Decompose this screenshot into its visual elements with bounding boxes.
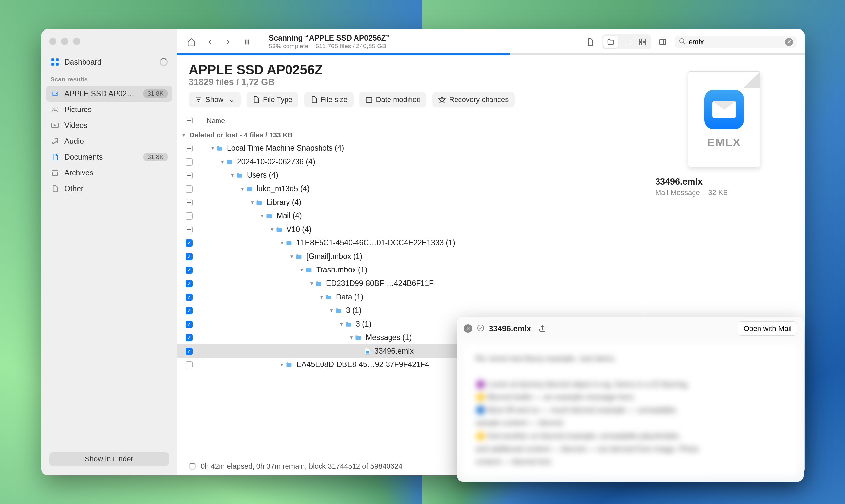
list-view-button[interactable] bbox=[619, 36, 634, 48]
fullscreen-window-button[interactable] bbox=[73, 38, 80, 45]
window-controls bbox=[41, 36, 177, 54]
chevron-down-icon[interactable]: ▾ bbox=[289, 253, 295, 260]
share-button[interactable] bbox=[536, 322, 549, 335]
svg-point-28 bbox=[680, 38, 684, 42]
toolbar: Scanning “APPLE SSD AP0256Z” 53% complet… bbox=[177, 29, 805, 53]
grid-view-button[interactable] bbox=[635, 36, 650, 48]
row-name-label: Users (4) bbox=[247, 171, 278, 180]
chevron-down-icon[interactable]: ▾ bbox=[309, 280, 314, 287]
dashboard-icon bbox=[51, 57, 60, 67]
folder-view-button[interactable] bbox=[603, 36, 618, 48]
filter-filesize-button[interactable]: File size bbox=[304, 92, 353, 107]
row-name-label: [Gmail].mbox (1) bbox=[306, 252, 363, 261]
minimize-window-button[interactable] bbox=[61, 38, 68, 45]
chevron-down-icon[interactable]: ▾ bbox=[269, 226, 275, 233]
close-window-button[interactable] bbox=[49, 38, 56, 45]
svg-point-38 bbox=[478, 325, 483, 331]
row-checkbox[interactable] bbox=[186, 226, 193, 233]
chevron-down-icon[interactable]: ▾ bbox=[260, 212, 265, 219]
chevron-down-icon[interactable]: ▾ bbox=[319, 293, 324, 301]
popup-title: 33496.emlx bbox=[489, 324, 531, 333]
row-checkbox[interactable] bbox=[186, 145, 193, 152]
row-name-label: Mail (4) bbox=[277, 212, 302, 220]
scan-title: Scanning “APPLE SSD AP0256Z” bbox=[269, 34, 578, 42]
row-checkbox[interactable] bbox=[186, 212, 193, 220]
popup-close-button[interactable]: ✕ bbox=[464, 324, 472, 333]
chevron-down-icon[interactable]: ▾ bbox=[181, 132, 186, 139]
sidebar-item-label: APPLE SSD AP02… bbox=[64, 89, 134, 98]
pause-button[interactable] bbox=[240, 35, 253, 49]
row-name-label: Local Time Machine Snapshots (4) bbox=[227, 144, 344, 153]
row-name-label: 3 (1) bbox=[346, 306, 362, 315]
row-checkbox[interactable] bbox=[186, 321, 193, 328]
chevron-down-icon[interactable]: ▾ bbox=[279, 239, 284, 246]
sidebar-results-list: APPLE SSD AP02… 31,8K Pictures Videos Au… bbox=[41, 86, 177, 197]
open-with-mail-button[interactable]: Open with Mail bbox=[738, 321, 797, 336]
sidebar-item-label: Pictures bbox=[64, 105, 92, 114]
preview-toggle-button[interactable] bbox=[656, 35, 669, 49]
status-text: 0h 42m elapsed, 0h 37m remain, block 317… bbox=[201, 462, 403, 471]
svg-rect-3 bbox=[56, 63, 59, 66]
svg-rect-15 bbox=[248, 39, 249, 44]
row-checkbox[interactable] bbox=[186, 239, 193, 247]
popup-expand-icon[interactable] bbox=[477, 324, 484, 333]
column-name-header[interactable]: Name⌃ bbox=[200, 117, 656, 125]
popup-header: ✕ 33496.emlx Open with Mail bbox=[457, 317, 804, 340]
row-name-label: 33496.emlx bbox=[374, 347, 413, 356]
chevron-down-icon[interactable]: ▾ bbox=[240, 185, 245, 192]
row-checkbox[interactable] bbox=[186, 348, 193, 355]
filter-show-button[interactable]: Show⌄ bbox=[189, 92, 241, 107]
svg-rect-0 bbox=[52, 58, 54, 61]
home-button[interactable] bbox=[185, 35, 198, 49]
drive-icon bbox=[51, 89, 60, 98]
chevron-down-icon[interactable]: ▾ bbox=[249, 199, 255, 206]
row-name-label: 3 (1) bbox=[356, 320, 371, 328]
sidebar-item-pictures[interactable]: Pictures bbox=[46, 102, 172, 118]
sidebar-item-videos[interactable]: Videos bbox=[46, 118, 172, 133]
chevron-down-icon[interactable]: ▾ bbox=[329, 307, 334, 314]
row-checkbox[interactable] bbox=[186, 334, 193, 341]
row-checkbox[interactable] bbox=[186, 185, 193, 193]
row-checkbox[interactable] bbox=[186, 361, 193, 368]
row-checkbox[interactable] bbox=[186, 280, 193, 287]
sidebar-item-audio[interactable]: Audio bbox=[46, 133, 172, 149]
page-view-button[interactable] bbox=[584, 35, 597, 49]
quicklook-popup: ✕ 33496.emlx Open with Mail Re: lorem te… bbox=[457, 317, 804, 482]
forward-button[interactable] bbox=[222, 35, 235, 49]
show-in-finder-button[interactable]: Show in Finder bbox=[49, 452, 169, 466]
row-checkbox[interactable] bbox=[186, 253, 193, 260]
chevron-right-icon[interactable]: ▸ bbox=[279, 361, 284, 368]
chevron-down-icon[interactable]: ▾ bbox=[339, 321, 344, 327]
sidebar-item-drive[interactable]: APPLE SSD AP02… 31,8K bbox=[46, 86, 172, 102]
search-clear-button[interactable]: ✕ bbox=[785, 38, 793, 46]
scan-spinner-icon bbox=[160, 58, 168, 66]
row-checkbox[interactable] bbox=[186, 293, 193, 301]
sidebar-item-archives[interactable]: Archives bbox=[46, 165, 172, 181]
row-checkbox[interactable] bbox=[186, 172, 193, 179]
row-name-label: 11E8E5C1-4540-46C…01-DCC4E22E1333 (1) bbox=[296, 238, 455, 247]
sidebar-item-label: Audio bbox=[64, 137, 84, 146]
chevron-down-icon[interactable]: ▾ bbox=[210, 145, 215, 152]
sidebar-dashboard[interactable]: Dashboard bbox=[46, 54, 172, 70]
search-input[interactable] bbox=[689, 38, 782, 46]
select-all-checkbox[interactable] bbox=[186, 117, 193, 124]
chevron-down-icon[interactable]: ▾ bbox=[349, 334, 354, 341]
chevron-down-icon[interactable]: ▾ bbox=[299, 267, 304, 273]
row-checkbox[interactable] bbox=[186, 267, 193, 274]
filter-recovery-button[interactable]: Recovery chances bbox=[433, 92, 515, 107]
chevron-down-icon[interactable]: ▾ bbox=[230, 172, 235, 179]
search-box[interactable]: ✕ bbox=[675, 36, 797, 48]
row-name-label: Library (4) bbox=[267, 198, 301, 207]
row-checkbox[interactable] bbox=[186, 199, 193, 206]
svg-line-29 bbox=[683, 42, 685, 44]
svg-rect-33 bbox=[366, 97, 372, 103]
progress-fill bbox=[177, 53, 510, 55]
filter-date-button[interactable]: Date modified bbox=[359, 92, 427, 107]
filter-filetype-button[interactable]: File Type bbox=[247, 92, 298, 107]
row-checkbox[interactable] bbox=[186, 307, 193, 314]
sidebar-item-other[interactable]: Other bbox=[46, 181, 172, 197]
back-button[interactable] bbox=[203, 35, 216, 49]
chevron-down-icon[interactable]: ▾ bbox=[220, 158, 225, 165]
row-checkbox[interactable] bbox=[186, 158, 193, 166]
sidebar-item-documents[interactable]: Documents 31,8K bbox=[46, 149, 172, 165]
